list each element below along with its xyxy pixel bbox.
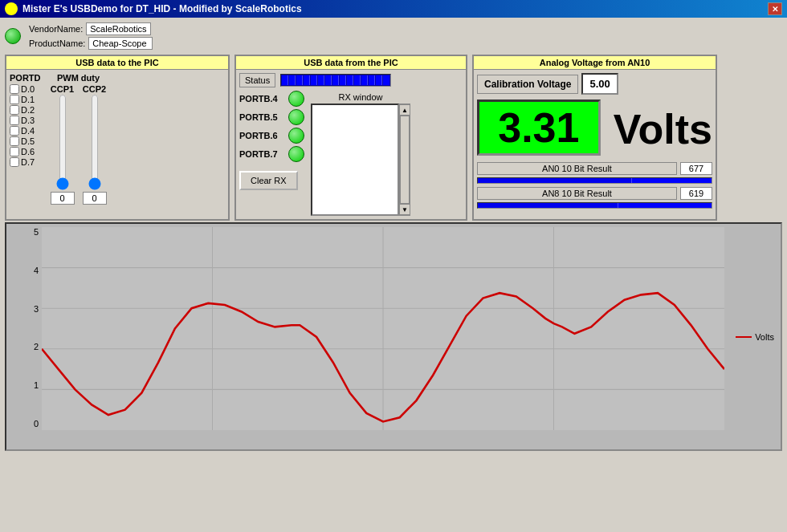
device-info: VendorName: ScaleRobotics ProductName: C… xyxy=(29,22,153,50)
ccp1-slider[interactable] xyxy=(55,94,71,190)
usb-to-pic-panel: USB data to the PIC PORTD D.0 D.1 D.2 D.… xyxy=(5,55,230,221)
progress-seg xyxy=(383,75,389,85)
chart-legend: Volts xyxy=(736,332,774,342)
usb-from-pic-panel: USB data from the PIC Status xyxy=(234,55,467,221)
d5-label: D.5 xyxy=(21,136,35,146)
an8-row: AN8 10 Bit Result 619 xyxy=(477,187,712,200)
ccp2-label: CCP2 xyxy=(83,84,106,94)
rx-window-section: RX window ▲ ▼ xyxy=(311,91,410,216)
an0-row: AN0 10 Bit Result 677 xyxy=(477,162,712,175)
main-content: VendorName: ScaleRobotics ProductName: C… xyxy=(0,18,787,532)
d1-checkbox[interactable] xyxy=(10,95,19,104)
d3-label: D.3 xyxy=(21,116,35,125)
an0-progress-bar xyxy=(477,177,712,184)
panels-row: USB data to the PIC PORTD D.0 D.1 D.2 D.… xyxy=(5,55,782,221)
portb4-row: PORTB.4 xyxy=(239,91,304,107)
d2-label: D.2 xyxy=(21,105,35,115)
portb6-led xyxy=(288,128,304,144)
pwm-duty-label: PWM duty xyxy=(57,73,100,83)
progress-seg xyxy=(376,75,382,85)
progress-seg xyxy=(332,75,339,85)
an0-value: 677 xyxy=(680,162,712,175)
an8-label: AN8 10 Bit Result xyxy=(477,187,677,200)
voltage-display: 3.31 xyxy=(477,99,601,156)
clear-rx-button[interactable]: Clear RX xyxy=(239,171,298,190)
d0-checkbox[interactable] xyxy=(10,84,19,94)
list-item: D.1 xyxy=(10,95,41,104)
d5-checkbox[interactable] xyxy=(10,136,19,146)
progress-seg xyxy=(369,75,375,85)
an0-progress-fill xyxy=(478,178,632,183)
d2-checkbox[interactable] xyxy=(10,105,19,115)
pwm-body: PORTD D.0 D.1 D.2 D.3 D.4 D.5 D.6 D.7 PW… xyxy=(6,70,228,208)
portb5-led xyxy=(288,109,304,125)
vendor-label: VendorName: xyxy=(29,24,83,34)
scroll-down-arrow[interactable]: ▼ xyxy=(399,204,410,215)
voltage-display-row: 3.31 Volts xyxy=(477,99,712,159)
d3-checkbox[interactable] xyxy=(10,116,19,125)
portb6-row: PORTB.6 xyxy=(239,128,304,144)
portb5-row: PORTB.5 xyxy=(239,109,304,125)
portd-checkboxes: D.0 D.1 D.2 D.3 D.4 D.5 D.6 D.7 xyxy=(10,84,41,167)
d4-label: D.4 xyxy=(21,126,35,136)
chart-container: 5 4 3 2 1 0 Volts xyxy=(5,222,782,451)
progress-seg xyxy=(296,75,303,85)
usb-from-pic-header: USB data from the PIC xyxy=(236,56,466,70)
ccp2-slider[interactable] xyxy=(87,94,103,190)
chart-plot-area xyxy=(42,227,724,430)
y-label-0: 0 xyxy=(34,419,39,428)
analog-panel: Analog Voltage from AN10 Calibration Vol… xyxy=(472,55,717,221)
portb4-led xyxy=(288,91,304,107)
d6-checkbox[interactable] xyxy=(10,147,19,156)
portb-indicators: PORTB.4 PORTB.5 PORTB.6 PORTB.7 xyxy=(239,91,304,216)
list-item: D.3 xyxy=(10,116,41,125)
progress-seg xyxy=(311,75,317,85)
ccp1-label: CCP1 xyxy=(51,84,74,94)
y-label-4: 4 xyxy=(34,266,39,275)
portd-section: PORTD D.0 D.1 D.2 D.3 D.4 D.5 D.6 D.7 xyxy=(10,73,41,167)
d4-checkbox[interactable] xyxy=(10,126,19,136)
legend-line xyxy=(736,336,752,338)
vendor-row: VendorName: ScaleRobotics xyxy=(29,22,153,35)
chart-svg xyxy=(42,227,724,430)
d7-checkbox[interactable] xyxy=(10,157,19,167)
scroll-up-arrow[interactable]: ▲ xyxy=(399,104,410,116)
connection-led xyxy=(5,28,21,44)
rx-scrollbar[interactable]: ▲ ▼ xyxy=(399,104,410,216)
list-item: D.6 xyxy=(10,147,41,156)
status-label: Status xyxy=(239,73,275,87)
sliders-row: CCP1 0 CCP2 0 xyxy=(51,84,107,205)
product-value: Cheap-Scope xyxy=(88,37,153,50)
calib-label: Calibration Voltage xyxy=(477,75,578,94)
close-button[interactable]: ✕ xyxy=(768,2,782,15)
progress-seg xyxy=(361,75,368,85)
list-item: D.0 xyxy=(10,84,41,94)
scroll-thumb[interactable] xyxy=(400,116,410,204)
an8-progress-fill xyxy=(478,203,618,208)
calib-value: 5.00 xyxy=(581,73,618,95)
y-label-5: 5 xyxy=(34,227,39,237)
window-icon xyxy=(5,2,18,15)
portb7-led xyxy=(288,146,304,162)
progress-seg xyxy=(347,75,353,85)
product-row: ProductName: Cheap-Scope xyxy=(29,37,153,50)
list-item: D.7 xyxy=(10,157,41,167)
ccp1-section: PWM duty CCP1 0 CCP2 0 xyxy=(51,73,107,205)
list-item: D.4 xyxy=(10,126,41,136)
y-label-3: 3 xyxy=(34,304,39,314)
ccp2-slider-group: CCP2 0 xyxy=(83,84,107,205)
d0-label: D.0 xyxy=(21,84,35,94)
voltage-number: 3.31 xyxy=(498,107,579,148)
list-item: D.2 xyxy=(10,105,41,115)
list-item: D.5 xyxy=(10,136,41,146)
analog-header: Analog Voltage from AN10 xyxy=(474,56,716,70)
progress-seg xyxy=(304,75,310,85)
usb-from-pic-body: Status xyxy=(236,70,466,219)
status-row: Status xyxy=(239,73,463,87)
legend-label: Volts xyxy=(755,332,774,342)
an8-progress-bar xyxy=(477,202,712,209)
progress-seg xyxy=(354,75,361,85)
calib-row: Calibration Voltage 5.00 xyxy=(477,73,712,95)
ccp1-value: 0 xyxy=(51,192,75,205)
portb5-label: PORTB.5 xyxy=(239,112,283,122)
